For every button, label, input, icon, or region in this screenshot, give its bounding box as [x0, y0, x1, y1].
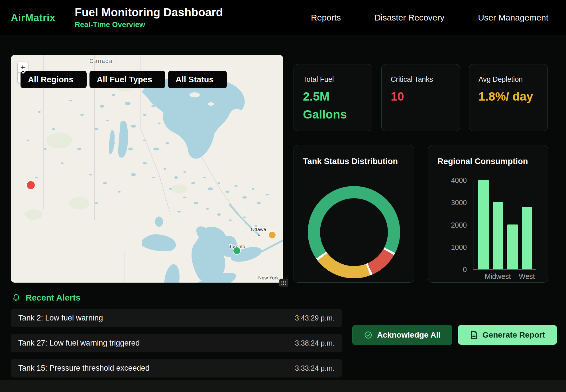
tank-status-distribution-card: Tank Status Distribution: [294, 145, 414, 283]
y-tick-label: 0: [463, 266, 467, 274]
stat-label: Avg Depletion: [479, 75, 539, 83]
fuel-type-filter-value: All Fuel Types: [97, 75, 152, 84]
header: AirMatrix Fuel Monitoring Dashboard Real…: [0, 0, 566, 35]
city-dot-icon: [258, 234, 260, 236]
y-tick-label: 2000: [451, 221, 467, 229]
y-tick-label: 1000: [451, 243, 467, 252]
status-filter-dropdown[interactable]: All Status: [168, 71, 227, 88]
recent-alerts-title: Recent Alerts: [26, 293, 80, 303]
critical-tank-marker[interactable]: [27, 181, 35, 189]
generate-report-label: Generate Report: [482, 330, 545, 340]
acknowledge-all-button[interactable]: Acknowledge All: [352, 325, 452, 345]
alert-timestamp: 3:43:29 p.m.: [295, 314, 335, 322]
map-label-ottawa: Ottawa: [251, 227, 266, 232]
page-subtitle: Real-Time Overview: [75, 20, 223, 29]
alert-timestamp: 3:33:24 p.m.: [295, 364, 335, 372]
total-fuel-value: 2.5M Gallons: [303, 87, 364, 123]
region-filter-dropdown[interactable]: All Regions: [21, 71, 87, 88]
map-resize-handle[interactable]: [279, 279, 288, 287]
alert-text: Tank 2: Low fuel warning: [18, 314, 103, 322]
stat-cards: Total Fuel 2.5M Gallons Critical Tanks 1…: [294, 64, 548, 131]
donut-hole: [320, 198, 388, 266]
title-block: Fuel Monitoring Dashboard Real-Time Over…: [75, 6, 223, 29]
alert-text: Tank 15: Pressure threshold exceeded: [18, 364, 150, 373]
bottom-strip: [0, 380, 566, 392]
bar-chart-title: Regional Consumption: [437, 157, 548, 166]
region-filter-value: All Regions: [28, 75, 74, 84]
generate-report-button[interactable]: Generate Report: [458, 325, 557, 345]
map-filter-bar: All Regions All Fuel Types All Status: [21, 71, 227, 88]
alert-row: Tank 2: Low fuel warning 3:43:29 p.m.: [11, 309, 342, 327]
critical-tanks-card: Critical Tanks 10: [381, 64, 460, 131]
recent-alerts-header: Recent Alerts: [12, 293, 80, 303]
status-filter-value: All Status: [176, 75, 214, 84]
fuel-monitoring-dashboard: AirMatrix Fuel Monitoring Dashboard Real…: [0, 0, 566, 392]
avg-depletion-value: 1.8%/ day: [479, 87, 539, 105]
alert-row: Tank 15: Pressure threshold exceeded 3:3…: [11, 359, 342, 377]
bar: [493, 202, 503, 269]
bar-chart-y-axis: 40003000200010000: [428, 180, 467, 270]
bar: [478, 180, 489, 269]
bar-plot: [473, 180, 536, 270]
main-nav: Reports Disaster Recovery User Managemen…: [311, 13, 566, 23]
bell-icon: [12, 293, 21, 302]
nav-reports[interactable]: Reports: [311, 13, 341, 23]
bar: [507, 224, 518, 269]
donut-chart-title: Tank Status Distribution: [303, 157, 414, 166]
x-tick-label: West: [519, 272, 535, 281]
page-title: Fuel Monitoring Dashboard: [75, 6, 223, 19]
warning-tank-marker[interactable]: [268, 231, 276, 239]
fuel-type-filter-dropdown[interactable]: All Fuel Types: [89, 71, 165, 88]
stat-label: Total Fuel: [303, 75, 364, 83]
map-panel[interactable]: Canada Ottawa Toronto New York + − All R…: [11, 55, 283, 283]
nav-disaster-recovery[interactable]: Disaster Recovery: [374, 13, 444, 23]
alert-text: Tank 27: Low fuel warning triggered: [18, 339, 140, 348]
y-tick-label: 3000: [451, 199, 467, 207]
bar: [522, 207, 532, 269]
check-circle-icon: [364, 331, 372, 339]
donut-chart: [308, 186, 400, 278]
y-tick-label: 4000: [451, 176, 467, 185]
regional-consumption-card: Regional Consumption 40003000200010000 M…: [428, 145, 548, 283]
alert-timestamp: 3:38:24 p.m.: [295, 339, 335, 347]
map-label-country: Canada: [89, 58, 113, 64]
nav-user-management[interactable]: User Management: [478, 13, 548, 23]
avg-depletion-card: Avg Depletion 1.8%/ day: [469, 64, 548, 131]
bar-chart: 40003000200010000 MidwestWest: [428, 180, 548, 283]
total-fuel-card: Total Fuel 2.5M Gallons: [294, 64, 372, 131]
acknowledge-all-label: Acknowledge All: [377, 330, 441, 340]
brand-logo[interactable]: AirMatrix: [11, 12, 55, 23]
bar-chart-x-axis: MidwestWest: [473, 272, 541, 281]
stat-label: Critical Tanks: [391, 75, 452, 83]
map-canvas: Canada Ottawa Toronto New York: [11, 55, 283, 283]
map-label-new-york: New York: [258, 275, 279, 281]
document-icon: [470, 331, 478, 339]
grip-dots-icon: [281, 280, 286, 286]
alert-row: Tank 27: Low fuel warning triggered 3:38…: [11, 334, 342, 352]
critical-tanks-value: 10: [391, 87, 452, 105]
normal-tank-marker[interactable]: [233, 247, 241, 254]
